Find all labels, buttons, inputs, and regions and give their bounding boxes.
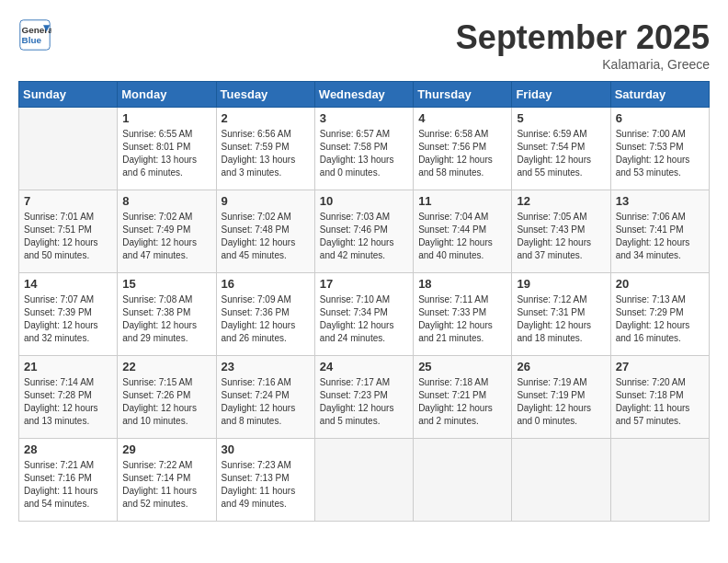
calendar-cell: 6Sunrise: 7:00 AMSunset: 7:53 PMDaylight… [610,108,709,190]
day-number: 23 [222,360,310,373]
calendar-cell: 12Sunrise: 7:05 AMSunset: 7:43 PMDayligh… [512,190,610,273]
day-number: 15 [122,277,210,291]
calendar-cell: 1Sunrise: 6:55 AMSunset: 8:01 PMDaylight… [118,108,216,190]
calendar-cell: 8Sunrise: 7:02 AMSunset: 7:49 PMDaylight… [118,190,216,273]
location: Kalamaria, Greece [456,57,710,72]
calendar-header-row: SundayMondayTuesdayWednesdayThursdayFrid… [19,82,710,108]
calendar-cell: 21Sunrise: 7:14 AMSunset: 7:28 PMDayligh… [19,356,118,439]
day-info: Sunrise: 7:16 AMSunset: 7:24 PMDaylight:… [222,376,310,428]
header-day-friday: Friday [512,82,610,108]
calendar-cell: 7Sunrise: 7:01 AMSunset: 7:51 PMDaylight… [19,190,118,273]
calendar-cell: 20Sunrise: 7:13 AMSunset: 7:29 PMDayligh… [610,273,709,356]
calendar-week-row: 14Sunrise: 7:07 AMSunset: 7:39 PMDayligh… [19,273,710,356]
calendar-cell: 24Sunrise: 7:17 AMSunset: 7:23 PMDayligh… [314,356,413,439]
day-info: Sunrise: 7:05 AMSunset: 7:43 PMDaylight:… [517,211,605,262]
day-number: 29 [122,442,210,456]
title-block: September 2025 Kalamaria, Greece [456,18,710,72]
day-info: Sunrise: 7:19 AMSunset: 7:19 PMDaylight:… [517,376,605,428]
day-number: 22 [122,360,210,373]
header-day-thursday: Thursday [414,82,512,108]
calendar-cell: 18Sunrise: 7:11 AMSunset: 7:33 PMDayligh… [414,273,512,356]
calendar-table: SundayMondayTuesdayWednesdayThursdayFrid… [18,81,710,522]
calendar-cell: 10Sunrise: 7:03 AMSunset: 7:46 PMDayligh… [314,190,413,273]
day-number: 16 [222,277,310,291]
day-info: Sunrise: 7:22 AMSunset: 7:14 PMDaylight:… [122,459,210,511]
day-info: Sunrise: 7:02 AMSunset: 7:48 PMDaylight:… [222,211,310,262]
calendar-cell: 9Sunrise: 7:02 AMSunset: 7:48 PMDaylight… [216,190,314,273]
calendar-cell: 30Sunrise: 7:23 AMSunset: 7:13 PMDayligh… [216,439,314,522]
calendar-cell: 17Sunrise: 7:10 AMSunset: 7:34 PMDayligh… [314,273,413,356]
day-info: Sunrise: 7:06 AMSunset: 7:41 PMDaylight:… [616,211,704,262]
calendar-cell [19,108,118,190]
day-number: 8 [122,194,210,208]
calendar-week-row: 28Sunrise: 7:21 AMSunset: 7:16 PMDayligh… [19,439,710,522]
day-number: 3 [320,111,408,125]
header-day-saturday: Saturday [610,82,709,108]
calendar-cell: 19Sunrise: 7:12 AMSunset: 7:31 PMDayligh… [512,273,610,356]
day-info: Sunrise: 7:20 AMSunset: 7:18 PMDaylight:… [616,376,704,428]
month-title: September 2025 [456,18,710,57]
day-number: 18 [418,277,506,291]
calendar-cell: 22Sunrise: 7:15 AMSunset: 7:26 PMDayligh… [118,356,216,439]
day-number: 28 [24,442,112,456]
day-info: Sunrise: 7:10 AMSunset: 7:34 PMDaylight:… [320,293,408,345]
page-header: General Blue September 2025 Kalamaria, G… [18,18,710,72]
day-info: Sunrise: 7:08 AMSunset: 7:38 PMDaylight:… [122,293,210,345]
calendar-cell [512,439,610,522]
calendar-cell [610,439,709,522]
day-number: 2 [222,111,310,125]
day-number: 21 [24,360,112,373]
calendar-cell: 16Sunrise: 7:09 AMSunset: 7:36 PMDayligh… [216,273,314,356]
day-info: Sunrise: 6:57 AMSunset: 7:58 PMDaylight:… [320,128,408,179]
calendar-cell: 14Sunrise: 7:07 AMSunset: 7:39 PMDayligh… [19,273,118,356]
day-number: 10 [320,194,408,208]
day-number: 14 [24,277,112,291]
logo: General Blue [18,18,51,52]
day-info: Sunrise: 7:13 AMSunset: 7:29 PMDaylight:… [616,293,704,345]
day-info: Sunrise: 7:02 AMSunset: 7:49 PMDaylight:… [122,211,210,262]
day-info: Sunrise: 6:55 AMSunset: 8:01 PMDaylight:… [122,128,210,179]
day-info: Sunrise: 7:01 AMSunset: 7:51 PMDaylight:… [24,211,112,262]
calendar-cell: 27Sunrise: 7:20 AMSunset: 7:18 PMDayligh… [610,356,709,439]
day-info: Sunrise: 7:04 AMSunset: 7:44 PMDaylight:… [418,211,506,262]
day-number: 7 [24,194,112,208]
day-info: Sunrise: 7:09 AMSunset: 7:36 PMDaylight:… [222,293,310,345]
day-number: 30 [222,442,310,456]
calendar-cell: 4Sunrise: 6:58 AMSunset: 7:56 PMDaylight… [414,108,512,190]
calendar-cell [414,439,512,522]
calendar-cell: 25Sunrise: 7:18 AMSunset: 7:21 PMDayligh… [414,356,512,439]
calendar-cell: 23Sunrise: 7:16 AMSunset: 7:24 PMDayligh… [216,356,314,439]
day-number: 6 [616,111,704,125]
calendar-cell: 2Sunrise: 6:56 AMSunset: 7:59 PMDaylight… [216,108,314,190]
day-number: 12 [517,194,605,208]
calendar-cell: 11Sunrise: 7:04 AMSunset: 7:44 PMDayligh… [414,190,512,273]
day-number: 19 [517,277,605,291]
calendar-body: 1Sunrise: 6:55 AMSunset: 8:01 PMDaylight… [19,108,710,522]
day-info: Sunrise: 7:21 AMSunset: 7:16 PMDaylight:… [24,459,112,511]
day-info: Sunrise: 7:07 AMSunset: 7:39 PMDaylight:… [24,293,112,345]
calendar-cell: 13Sunrise: 7:06 AMSunset: 7:41 PMDayligh… [610,190,709,273]
day-info: Sunrise: 7:14 AMSunset: 7:28 PMDaylight:… [24,376,112,428]
day-number: 17 [320,277,408,291]
day-info: Sunrise: 7:00 AMSunset: 7:53 PMDaylight:… [616,128,704,179]
day-number: 9 [222,194,310,208]
logo-icon: General Blue [18,18,51,52]
day-number: 13 [616,194,704,208]
header-day-monday: Monday [118,82,216,108]
day-number: 4 [418,111,506,125]
calendar-cell [314,439,413,522]
day-info: Sunrise: 6:59 AMSunset: 7:54 PMDaylight:… [517,128,605,179]
day-number: 24 [320,360,408,373]
day-info: Sunrise: 7:18 AMSunset: 7:21 PMDaylight:… [418,376,506,428]
day-info: Sunrise: 6:58 AMSunset: 7:56 PMDaylight:… [418,128,506,179]
day-number: 25 [418,360,506,373]
header-day-wednesday: Wednesday [314,82,413,108]
calendar-week-row: 7Sunrise: 7:01 AMSunset: 7:51 PMDaylight… [19,190,710,273]
calendar-cell: 28Sunrise: 7:21 AMSunset: 7:16 PMDayligh… [19,439,118,522]
day-info: Sunrise: 6:56 AMSunset: 7:59 PMDaylight:… [222,128,310,179]
day-info: Sunrise: 7:15 AMSunset: 7:26 PMDaylight:… [122,376,210,428]
svg-text:Blue: Blue [22,35,42,45]
header-day-tuesday: Tuesday [216,82,314,108]
day-number: 20 [616,277,704,291]
day-info: Sunrise: 7:03 AMSunset: 7:46 PMDaylight:… [320,211,408,262]
